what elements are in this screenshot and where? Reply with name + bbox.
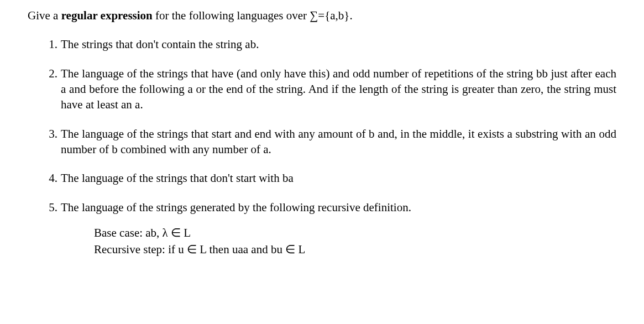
base-case: Base case: ab, λ ∈ L	[94, 225, 616, 241]
question-item-5: 5. The language of the strings generated…	[44, 200, 616, 258]
recursive-step: Recursive step: if u ∈ L then uaa and bu…	[94, 242, 616, 257]
recursive-definition: Base case: ab, λ ∈ L Recursive step: if …	[61, 225, 616, 258]
question-number: 1.	[44, 36, 57, 52]
prompt-bold: regular expression	[61, 9, 153, 22]
question-item-3: 3. The language of the strings that star…	[44, 126, 616, 158]
question-text: The language of the strings that don't s…	[61, 171, 294, 185]
question-text: The language of the strings generated by…	[61, 201, 411, 214]
question-number: 3.	[44, 126, 57, 142]
question-text: The language of the strings that start a…	[61, 127, 616, 156]
question-list: 1. The strings that don't contain the st…	[28, 36, 616, 257]
question-text: The language of the strings that have (a…	[61, 67, 616, 112]
question-item-4: 4. The language of the strings that don'…	[44, 170, 616, 186]
prompt-after-bold: for the following languages over ∑={a,b}…	[153, 9, 353, 22]
question-text: The strings that don't contain the strin…	[61, 38, 259, 51]
question-item-2: 2. The language of the strings that have…	[44, 66, 616, 113]
question-item-1: 1. The strings that don't contain the st…	[44, 36, 616, 52]
document-page: Give a regular expression for the follow…	[0, 0, 644, 282]
prompt-before-bold: Give a	[28, 9, 61, 22]
prompt-line: Give a regular expression for the follow…	[28, 8, 616, 23]
question-number: 4.	[44, 170, 57, 186]
question-number: 2.	[44, 66, 57, 81]
question-number: 5.	[44, 200, 57, 215]
